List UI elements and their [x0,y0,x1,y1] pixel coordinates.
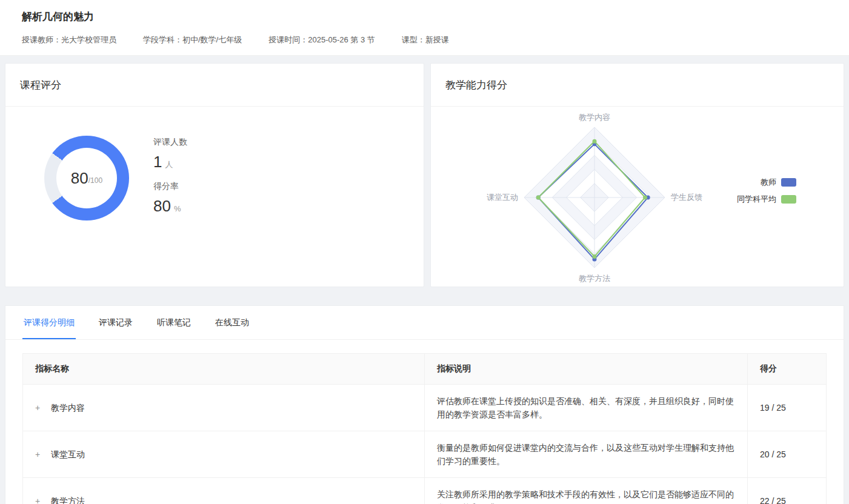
indicator-score: 19 / 25 [748,385,827,431]
score-card-body: 80 /100 评课人数 1人 得分率 80% [5,107,424,220]
tab-lecture-notes[interactable]: 听课笔记 [156,306,192,339]
tab-bar: 评课得分明细 评课记录 听课笔记 在线互动 [5,306,844,340]
header-indicator-desc: 指标说明 [425,354,748,385]
tab-score-detail[interactable]: 评课得分明细 [22,306,76,339]
donut-center-label: 80 /100 [56,148,117,208]
page: 解析几何的魅力 授课教师：光大学校管理员 学段学科：初中/数学/七年级 授课时间… [0,0,849,504]
svg-text:教学方法: 教学方法 [579,274,610,283]
tab-online-interaction[interactable]: 在线互动 [214,306,250,339]
table-row: +教学内容 评估教师在课堂上传授的知识是否准确、相关、有深度，并且组织良好，同时… [23,385,827,431]
legend-item-teacher[interactable]: 教师 [761,177,796,188]
score-table-wrap: 指标名称 指标说明 得分 +教学内容 评估教师在课堂上传授的知识是否准确、相关、… [22,353,827,504]
score-max: /100 [88,176,102,185]
radar-card-body: 教学内容学生反馈教学方法课堂互动 教师 同学科平均 [431,107,844,287]
svg-text:学生反馈: 学生反馈 [671,193,702,202]
expand-icon[interactable]: + [35,448,42,461]
teaching-ability-card: 教学能力得分 教学内容学生反馈教学方法课堂互动 教师 同学科平均 [430,63,844,287]
expand-icon[interactable]: + [35,494,42,504]
indicator-desc: 衡量的是教师如何促进课堂内的交流与合作，以及这些互动对学生理解和支持他们学习的重… [425,431,748,478]
meta-teacher: 授课教师：光大学校管理员 [22,35,116,45]
meta-course-type: 课型：新授课 [402,35,449,45]
indicator-desc: 关注教师所采用的教学策略和技术手段的有效性，以及它们是否能够适应不同的学习风格和… [425,478,748,504]
indicator-name: 教学内容 [51,403,85,413]
radar-card-title: 教学能力得分 [431,64,844,107]
indicator-name: 课堂互动 [51,449,85,459]
expand-icon[interactable]: + [35,401,42,414]
svg-text:课堂互动: 课堂互动 [487,193,518,202]
table-header-row: 指标名称 指标说明 得分 [23,354,827,385]
radar-legend: 教师 同学科平均 [737,177,796,205]
indicator-desc: 评估教师在课堂上传授的知识是否准确、相关、有深度，并且组织良好，同时使用的教学资… [425,385,748,431]
header-score: 得分 [748,354,827,385]
radar-chart: 教学内容学生反馈教学方法课堂互动 [431,107,758,288]
tab-evaluation-records[interactable]: 评课记录 [98,306,134,339]
cards-row: 课程评分 80 /100 评课人数 1人 得分率 80% [5,63,844,287]
evaluation-detail-card: 评课得分明细 评课记录 听课笔记 在线互动 指标名称 指标说明 得分 +教学内容 [5,305,844,504]
meta-time: 授课时间：2025-05-26 第 3 节 [268,35,375,45]
indicator-name: 教学方法 [51,496,85,504]
stat-evaluator-count: 评课人数 1人 [153,137,187,171]
stat-score-rate: 得分率 80% [153,181,187,216]
score-card-title: 课程评分 [5,64,424,107]
legend-swatch-subject-average [781,195,796,204]
legend-item-subject-average[interactable]: 同学科平均 [737,194,796,205]
meta-subject: 学段学科：初中/数学/七年级 [143,35,242,45]
score-stats: 评课人数 1人 得分率 80% [153,136,187,220]
course-score-card: 课程评分 80 /100 评课人数 1人 得分率 80% [5,63,424,287]
legend-swatch-teacher [781,178,796,187]
table-row: +教学方法 关注教师所采用的教学策略和技术手段的有效性，以及它们是否能够适应不同… [23,478,827,504]
svg-text:教学内容: 教学内容 [579,113,610,122]
indicator-score: 20 / 25 [748,431,827,478]
course-header: 解析几何的魅力 授课教师：光大学校管理员 学段学科：初中/数学/七年级 授课时间… [0,0,849,56]
table-row: +课堂互动 衡量的是教师如何促进课堂内的交流与合作，以及这些互动对学生理解和支持… [23,431,827,478]
score-table: 指标名称 指标说明 得分 +教学内容 评估教师在课堂上传授的知识是否准确、相关、… [22,353,827,504]
course-meta: 授课教师：光大学校管理员 学段学科：初中/数学/七年级 授课时间：2025-05… [22,35,827,45]
indicator-score: 22 / 25 [748,478,827,504]
page-title: 解析几何的魅力 [22,10,827,24]
score-donut-chart: 80 /100 [44,136,129,220]
header-indicator-name: 指标名称 [23,354,425,385]
score-value: 80 [71,169,88,188]
